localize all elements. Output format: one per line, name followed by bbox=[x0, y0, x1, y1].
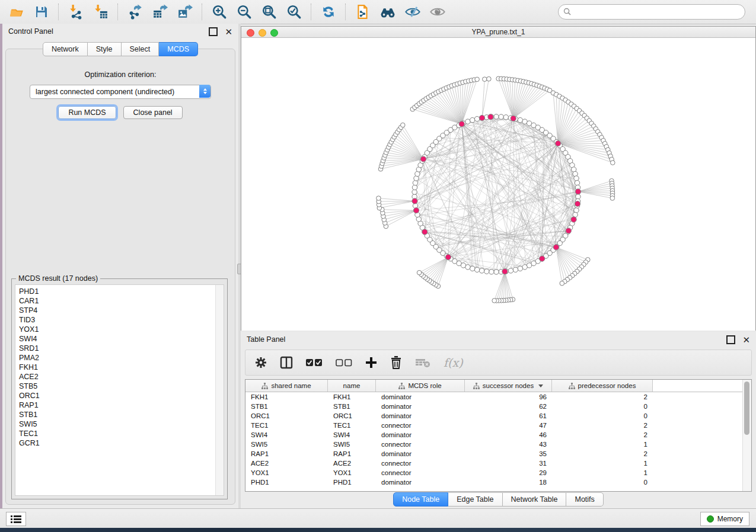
network-node[interactable] bbox=[474, 267, 479, 272]
mcds-result-item[interactable]: GCR1 bbox=[19, 438, 224, 448]
close-panel-icon[interactable]: ✕ bbox=[225, 28, 232, 35]
table-cell[interactable]: 2 bbox=[552, 393, 653, 400]
mcds-result-item[interactable]: FKH1 bbox=[19, 363, 224, 372]
table-cell[interactable]: dominator bbox=[376, 412, 465, 419]
mcds-result-item[interactable]: PHD1 bbox=[19, 287, 224, 296]
table-cell[interactable]: PHD1 bbox=[245, 479, 328, 486]
table-cell[interactable]: 46 bbox=[465, 431, 552, 438]
table-row[interactable]: TEC1TEC1connector472 bbox=[245, 421, 751, 430]
table-cell[interactable]: 43 bbox=[465, 441, 552, 448]
mcds-hub-node[interactable] bbox=[488, 114, 493, 120]
table-cell[interactable]: 1 bbox=[552, 460, 653, 467]
table-cell[interactable]: YOX1 bbox=[245, 469, 328, 476]
mcds-hub-node[interactable] bbox=[575, 189, 580, 194]
network-file-icon[interactable] bbox=[355, 4, 371, 20]
network-node[interactable] bbox=[465, 119, 470, 124]
column-header-successor-nodes[interactable]: successor nodes bbox=[465, 380, 552, 392]
network-node[interactable] bbox=[489, 270, 494, 274]
network-graph[interactable] bbox=[241, 38, 755, 331]
table-cell[interactable]: connector bbox=[376, 460, 465, 467]
table-cell[interactable]: TEC1 bbox=[328, 422, 376, 429]
save-session-icon[interactable] bbox=[33, 4, 50, 20]
mcds-hub-node[interactable] bbox=[566, 228, 571, 233]
export-network-icon[interactable] bbox=[127, 4, 143, 20]
export-table-icon[interactable] bbox=[152, 4, 168, 20]
select-all-icon[interactable] bbox=[306, 355, 323, 370]
zoom-out-icon[interactable] bbox=[236, 4, 253, 20]
table-settings-icon[interactable] bbox=[255, 355, 267, 370]
mcds-hub-node[interactable] bbox=[422, 229, 428, 235]
mcds-hub-node[interactable] bbox=[420, 156, 426, 162]
show-graphics-details-icon[interactable] bbox=[429, 4, 446, 20]
mcds-hub-node[interactable] bbox=[511, 116, 516, 121]
mcds-result-item[interactable]: STP4 bbox=[19, 306, 224, 315]
mcds-result-item[interactable]: ORC1 bbox=[19, 391, 224, 400]
table-cell[interactable]: FKH1 bbox=[245, 393, 328, 400]
network-node[interactable] bbox=[522, 265, 527, 270]
table-cell[interactable]: 1 bbox=[552, 469, 653, 476]
table-cell[interactable]: PHD1 bbox=[328, 479, 376, 486]
network-node[interactable] bbox=[412, 190, 417, 194]
network-node[interactable] bbox=[503, 115, 508, 120]
network-node[interactable] bbox=[377, 196, 381, 201]
table-cell[interactable]: connector bbox=[376, 422, 465, 429]
network-node[interactable] bbox=[475, 77, 480, 82]
deselect-all-icon[interactable] bbox=[336, 355, 352, 370]
table-row[interactable]: SWI5SWI5connector431 bbox=[245, 440, 751, 449]
network-node[interactable] bbox=[484, 269, 489, 274]
table-row[interactable]: ORC1ORC1dominator610 bbox=[245, 411, 751, 421]
network-node[interactable] bbox=[611, 161, 615, 165]
network-node[interactable] bbox=[574, 176, 579, 181]
table-cell[interactable]: connector bbox=[376, 469, 465, 476]
mcds-hub-node[interactable] bbox=[553, 245, 559, 250]
table-cell[interactable]: dominator bbox=[376, 403, 465, 410]
mcds-result-item[interactable]: YOX1 bbox=[19, 325, 224, 334]
table-cell[interactable]: TEC1 bbox=[245, 422, 328, 429]
mcds-result-item[interactable]: PMA2 bbox=[19, 353, 224, 363]
table-cell[interactable]: 47 bbox=[465, 422, 552, 429]
table-row[interactable]: PHD1PHD1dominator180 bbox=[245, 477, 751, 487]
table-cell[interactable]: 62 bbox=[465, 403, 552, 410]
zoom-in-icon[interactable] bbox=[211, 4, 228, 20]
network-window-titlebar[interactable]: YPA_prune.txt_1 bbox=[241, 27, 755, 38]
mcds-result-item[interactable]: CAR1 bbox=[19, 296, 224, 306]
table-cell[interactable]: 29 bbox=[465, 469, 552, 476]
tab-network-table[interactable]: Network Table bbox=[503, 492, 567, 507]
mcds-hub-node[interactable] bbox=[412, 198, 417, 204]
mcds-hub-node[interactable] bbox=[502, 269, 508, 274]
mcds-result-item[interactable]: TID3 bbox=[19, 315, 224, 325]
network-node[interactable] bbox=[474, 117, 479, 121]
network-node[interactable] bbox=[470, 118, 475, 123]
mcds-hub-node[interactable] bbox=[556, 141, 561, 146]
close-table-panel-icon[interactable]: ✕ bbox=[742, 336, 750, 343]
optimization-criterion-select[interactable]: largest connected component (undirected) bbox=[30, 85, 211, 99]
search-input[interactable] bbox=[558, 4, 745, 20]
mcds-result-item[interactable]: SWI4 bbox=[19, 334, 224, 344]
float-panel-icon[interactable] bbox=[209, 27, 218, 36]
table-cell[interactable]: FKH1 bbox=[328, 393, 376, 400]
table-cell[interactable]: 0 bbox=[552, 479, 653, 486]
table-cell[interactable]: RAP1 bbox=[328, 450, 376, 457]
mcds-hub-node[interactable] bbox=[575, 201, 580, 206]
table-cell[interactable]: dominator bbox=[376, 479, 465, 486]
network-node[interactable] bbox=[518, 118, 522, 123]
table-cell[interactable]: 2 bbox=[552, 450, 653, 457]
window-close-icon[interactable] bbox=[247, 29, 254, 37]
network-node[interactable] bbox=[610, 196, 615, 201]
table-cell[interactable]: ORC1 bbox=[328, 412, 376, 419]
network-node[interactable] bbox=[413, 181, 417, 185]
add-column-icon[interactable] bbox=[365, 355, 377, 370]
mcds-list-scrollbar[interactable] bbox=[215, 285, 224, 495]
table-cell[interactable]: YOX1 bbox=[328, 469, 376, 476]
mcds-hub-node[interactable] bbox=[459, 121, 464, 127]
network-node[interactable] bbox=[513, 267, 518, 272]
tab-node-table[interactable]: Node Table bbox=[393, 492, 448, 507]
table-row[interactable]: SWI4SWI4dominator462 bbox=[245, 430, 751, 440]
mcds-result-item[interactable]: STB1 bbox=[19, 410, 224, 419]
table-row[interactable]: RAP1RAP1dominator352 bbox=[245, 449, 751, 459]
table-cell[interactable]: dominator bbox=[376, 431, 465, 438]
mcds-result-item[interactable]: ACE2 bbox=[19, 372, 224, 382]
table-cell[interactable]: connector bbox=[376, 441, 465, 448]
tab-motifs[interactable]: Motifs bbox=[566, 492, 603, 507]
search-network-binoculars-icon[interactable] bbox=[379, 4, 396, 20]
